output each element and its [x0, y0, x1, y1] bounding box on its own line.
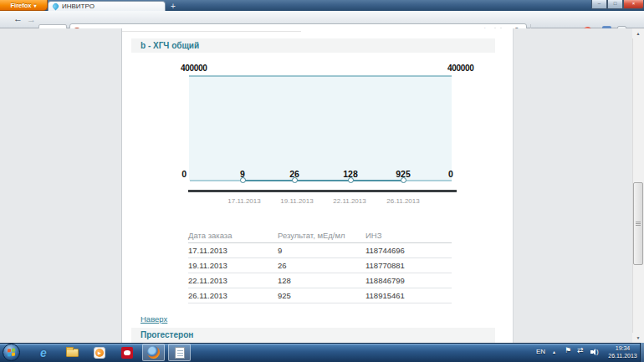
cell-result: 9 [278, 243, 282, 258]
point-label-4: 925 [396, 169, 411, 179]
cell-date: 17.11.2013 [188, 243, 227, 258]
x-axis-bar [188, 190, 457, 192]
zynga-icon [121, 347, 133, 359]
tray-clock[interactable]: 19:34 26.11.2013 [604, 344, 641, 359]
cell-inz: 118744696 [365, 243, 405, 258]
window-controls: – □ × [591, 0, 644, 9]
scrollbar-thumb[interactable] [633, 182, 643, 265]
network-icon[interactable]: ⇄ [577, 346, 584, 354]
x-tick-2: 19.11.2013 [280, 197, 313, 205]
journal-icon [175, 347, 185, 359]
window-titlebar: Firefox ▾ ИНВИТРО + – □ × [0, 0, 644, 11]
desktop-screen: Firefox ▾ ИНВИТРО + – □ × ← → Яндекс htt… [0, 0, 644, 362]
media-player-icon: ▶ [94, 347, 105, 359]
firefox-icon [147, 346, 160, 359]
back-to-top-link[interactable]: Наверх [141, 314, 167, 324]
table-row: 19.11.2013 26 118770881 [188, 258, 452, 273]
cell-date: 19.11.2013 [188, 258, 227, 273]
minimize-button[interactable]: – [591, 0, 607, 9]
taskbar-explorer-button[interactable] [62, 344, 82, 361]
scroll-down-button[interactable]: ▼ [632, 333, 644, 343]
taskbar-zynga-button[interactable] [117, 344, 137, 361]
new-tab-button[interactable]: + [167, 2, 179, 11]
firefox-menu-label: Firefox [10, 2, 31, 9]
page-left-margin [0, 28, 122, 343]
cell-date: 22.11.2013 [188, 273, 227, 288]
show-desktop-button[interactable] [640, 343, 644, 362]
cell-inz: 118846799 [365, 273, 405, 288]
back-icon[interactable]: ← [13, 13, 23, 24]
x-tick-4: 26.11.2013 [386, 197, 419, 205]
x-tick-1: 17.11.2013 [227, 197, 260, 205]
scroll-up-button[interactable]: ▲ [632, 28, 644, 38]
table-row: 17.11.2013 9 118744696 [188, 243, 452, 258]
table-row: 22.11.2013 128 118846799 [188, 273, 452, 288]
table-header-result: Результат, мЕд/мл [278, 229, 361, 242]
invitro-drop-favicon [52, 3, 60, 11]
cell-result: 128 [278, 273, 291, 288]
edge-label-right: 0 [448, 169, 453, 179]
point-label-1: 9 [240, 169, 245, 179]
cell-inz: 118770881 [365, 258, 405, 273]
table-header-inz: ИНЗ [365, 229, 449, 242]
taskbar-firefox-button[interactable] [142, 344, 165, 361]
edge-label-left: 0 [178, 169, 187, 179]
previous-section-edge [122, 31, 301, 32]
y-axis-max-right: 400000 [447, 64, 474, 73]
section-title-progesterone: Прогестерон [131, 328, 495, 343]
language-indicator[interactable]: EN [536, 348, 545, 355]
firefox-menu-button[interactable]: Firefox ▾ [0, 0, 48, 11]
close-button[interactable]: × [623, 0, 644, 9]
table-row: 26.11.2013 925 118915461 [188, 288, 452, 303]
show-hidden-icons-button[interactable]: ▲ [552, 349, 556, 354]
internet-explorer-icon: e [40, 345, 47, 360]
restore-button[interactable]: □ [607, 0, 623, 9]
cell-result: 925 [278, 288, 291, 303]
cell-inz: 118915461 [365, 288, 405, 303]
section-title-hcg: b - ХГЧ общий [131, 38, 495, 53]
chart-plot-area [189, 75, 452, 181]
point-label-3: 128 [343, 169, 358, 179]
clock-time: 19:34 [604, 344, 641, 352]
folder-icon [66, 349, 79, 357]
navigation-toolbar: ← → Яндекс https://lk.invitro.ru/lk2/lkp… [0, 11, 644, 28]
chart-line-segment [243, 180, 403, 181]
start-button[interactable] [3, 344, 20, 361]
action-center-flag-icon[interactable]: ⚑ [565, 346, 571, 354]
tab-title: ИНВИТРО [62, 3, 95, 10]
cell-result: 26 [278, 258, 287, 273]
point-label-2: 26 [289, 169, 299, 179]
taskbar-media-player-button[interactable]: ▶ [89, 344, 110, 361]
browser-tab-invitro[interactable]: ИНВИТРО [48, 1, 166, 11]
y-axis-max-left: 400000 [181, 64, 207, 73]
forward-icon[interactable]: → [27, 13, 36, 25]
page-right-margin [513, 28, 632, 343]
taskbar-ie-button[interactable]: e [33, 344, 54, 361]
x-tick-3: 22.11.2013 [333, 197, 365, 205]
table-header-date: Дата заказа [188, 229, 272, 242]
clock-date: 26.11.2013 [604, 352, 641, 359]
volume-icon[interactable]: ) [590, 348, 599, 356]
windows-flag-icon [8, 349, 15, 357]
cell-date: 26.11.2013 [188, 288, 227, 303]
chevron-down-icon: ▾ [34, 3, 37, 8]
taskbar-journal-button[interactable] [168, 344, 191, 361]
